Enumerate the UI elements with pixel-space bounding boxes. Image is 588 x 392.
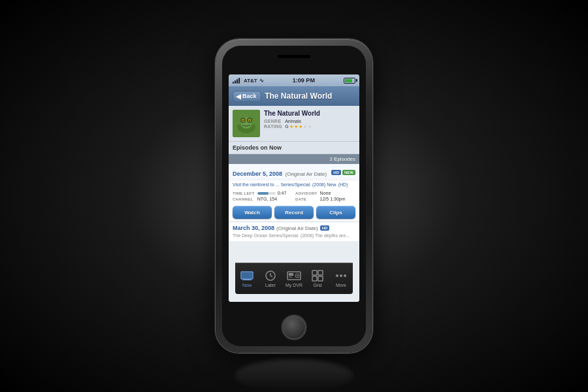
channel-label: CHANNEL — [233, 197, 255, 201]
tab-now-label: Now — [242, 283, 252, 287]
svg-point-28 — [340, 274, 342, 277]
episode-2-hd-badge: HD — [320, 225, 330, 231]
screen: AT&T ∿ 1:09 PM ◀ Back The Natural World — [229, 74, 359, 302]
star-1: ★ — [289, 124, 293, 129]
time-left-progress-bar — [257, 192, 276, 195]
episode-2-date: March 30, 2008 — [233, 225, 274, 231]
svg-point-21 — [297, 275, 298, 276]
tab-later[interactable]: Later — [259, 270, 282, 287]
tab-dvr-label: My DVR — [286, 283, 302, 287]
tab-now[interactable]: Now — [235, 270, 259, 287]
star-3: ★ — [299, 124, 302, 129]
battery-icon — [344, 78, 355, 84]
wifi-icon: ∿ — [259, 78, 264, 84]
status-left: AT&T ∿ — [233, 77, 264, 84]
record-button[interactable]: Record — [274, 206, 314, 219]
episode-1-details: TIME LEFT 0:47 ADVISORY None CHANNEL NTG… — [229, 189, 359, 203]
star-5: ★ — [308, 124, 312, 129]
time-left-label: TIME LEFT — [233, 191, 255, 195]
signal-bar-5 — [240, 78, 242, 84]
nav-bar: ◀ Back The Natural World — [229, 86, 359, 106]
svg-rect-24 — [318, 270, 323, 275]
tv-icon — [240, 270, 254, 282]
svg-rect-25 — [312, 276, 317, 281]
more-icon — [334, 270, 348, 282]
show-title: The Natural World — [264, 110, 355, 117]
tab-later-label: Later — [265, 283, 276, 287]
signal-bar-1 — [233, 82, 234, 84]
svg-line-17 — [270, 276, 272, 277]
advisory-value: None — [320, 191, 355, 195]
episode-1-date-suffix: (Original Air Date) — [286, 171, 327, 177]
grid-icon — [310, 270, 325, 282]
channel-value: NTG, 154 — [257, 197, 293, 201]
status-time: 1:09 PM — [293, 77, 315, 84]
episode-2-card: March 30, 2008 (Original Air Date) HD Th… — [229, 222, 359, 241]
progress-fill — [257, 192, 269, 195]
episode-2-description: The Deep Ocean Series/Special. (2008) Th… — [233, 233, 355, 238]
tab-more[interactable]: More — [329, 270, 353, 287]
phone-inner: AT&T ∿ 1:09 PM ◀ Back The Natural World — [222, 46, 366, 346]
tab-dvr[interactable]: My DVR — [282, 270, 306, 287]
rating-stars: G ★ ★ ★ ★ ★ — [285, 124, 355, 129]
rating-g-label: G — [285, 124, 288, 129]
time-left-progress-container: 0:47 — [257, 191, 293, 195]
action-buttons: Watch Record Clips — [229, 203, 359, 221]
back-button[interactable]: ◀ Back — [233, 91, 261, 102]
episodes-count: 2 Episodes — [229, 154, 359, 164]
section-header: Episodes on Now — [229, 142, 359, 154]
svg-point-29 — [344, 274, 346, 277]
clock-icon — [263, 270, 278, 282]
clips-button[interactable]: Clips — [316, 206, 355, 219]
tab-more-label: More — [336, 283, 346, 287]
signal-bar-3 — [237, 79, 238, 84]
new-badge: NEW — [342, 170, 355, 175]
episode-1-badges: HD NEW — [331, 170, 355, 175]
svg-point-9 — [235, 121, 241, 125]
date-label: DATE — [295, 197, 318, 201]
svg-rect-23 — [312, 270, 317, 275]
tab-grid[interactable]: Grid — [306, 270, 329, 287]
svg-point-10 — [252, 121, 258, 125]
signal-bar-4 — [238, 78, 240, 84]
episode-1-date-container: December 5, 2008 (Original Air Date) — [233, 167, 327, 178]
phone-device: AT&T ∿ 1:09 PM ◀ Back The Natural World — [216, 39, 372, 353]
rating-label: RATING — [264, 124, 282, 129]
status-bar: AT&T ∿ 1:09 PM — [229, 74, 359, 86]
star-4: ★ — [303, 124, 307, 129]
episode-1-date: December 5, 2008 — [233, 171, 282, 177]
episode-1-description: Visit the rainforest to ... Series/Speci… — [229, 180, 359, 189]
status-right — [344, 78, 355, 84]
svg-rect-26 — [318, 276, 323, 281]
date-value: 12/5 1:30pm — [320, 197, 355, 201]
hd-badge: HD — [331, 170, 341, 175]
episode-1-header: December 5, 2008 (Original Air Date) HD … — [229, 164, 359, 180]
svg-rect-14 — [242, 272, 252, 278]
signal-bars — [233, 77, 242, 84]
show-info: The Natural World GENRE Animals RATING G… — [264, 110, 355, 137]
back-arrow-icon: ◀ — [236, 93, 241, 100]
episode-2-date-suffix: (Original Air Date) — [276, 225, 318, 231]
advisory-label: ADVISORY — [295, 191, 318, 195]
star-2: ★ — [294, 124, 298, 129]
svg-point-7 — [242, 120, 244, 121]
carrier-label: AT&T — [244, 78, 257, 84]
genre-label: GENRE — [264, 119, 282, 123]
time-left-value: 0:47 — [278, 191, 287, 195]
nav-title: The Natural World — [261, 91, 336, 101]
genre-value: Animals — [285, 119, 355, 123]
back-label: Back — [242, 93, 257, 99]
show-header: The Natural World GENRE Animals RATING G… — [229, 106, 359, 142]
svg-point-27 — [336, 274, 338, 277]
tab-grid-label: Grid — [313, 283, 321, 287]
svg-rect-13 — [242, 280, 252, 280]
episode-1-card: December 5, 2008 (Original Air Date) HD … — [229, 164, 359, 222]
home-button[interactable] — [282, 315, 306, 340]
tab-bar: Now Later — [235, 263, 353, 294]
show-thumbnail — [233, 110, 260, 137]
dvr-icon — [287, 270, 301, 282]
phone-reflection — [235, 359, 353, 392]
svg-rect-19 — [289, 273, 293, 276]
watch-button[interactable]: Watch — [233, 206, 272, 219]
episode-2-date-container: March 30, 2008 (Original Air Date) HD — [233, 225, 355, 231]
